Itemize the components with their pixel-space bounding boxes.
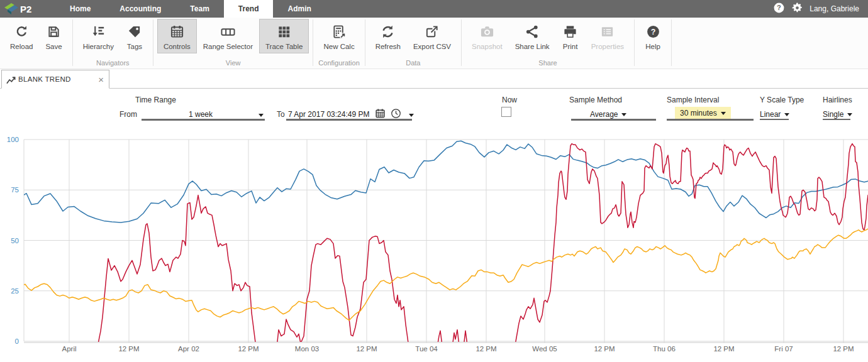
x-axis-tick-label: 12 PM: [118, 345, 139, 353]
nav-item-accounting[interactable]: Accounting: [105, 0, 175, 18]
toolbar-group-share: SnapshotShare LinkPrintPropertiesShare: [462, 18, 634, 69]
from-select[interactable]: 1 week: [189, 110, 213, 119]
controls-button-label: Controls: [164, 43, 191, 50]
print-button[interactable]: Print: [556, 19, 585, 53]
properties-button: Properties: [585, 19, 630, 53]
table-icon: [277, 23, 291, 40]
x-axis-tick-label: 12 PM: [238, 345, 259, 353]
y-axis-tick-label: 50: [11, 237, 19, 244]
x-axis-tick-label: Thu 06: [653, 345, 676, 353]
gear-icon[interactable]: [791, 2, 803, 16]
save-icon: [47, 23, 61, 40]
new-calc-button[interactable]: New Calc: [317, 19, 360, 53]
toolbar-group-0: ReloadSave: [0, 18, 72, 69]
tab-strip: BLANK TREND ×: [0, 69, 868, 89]
hierarchy-icon: [91, 23, 106, 40]
svg-text:?: ?: [650, 27, 655, 36]
sample-interval-underline: [667, 119, 754, 121]
now-checkbox[interactable]: [501, 107, 511, 117]
hierarchy-button-label: Hierarchy: [83, 43, 114, 50]
top-nav-bar: P2 HomeAccountingTeamTrendAdmin ? Lang, …: [0, 0, 868, 18]
to-caret-icon[interactable]: [409, 114, 414, 117]
y-axis-tick-label: 100: [7, 136, 19, 143]
from-label: From: [120, 110, 137, 119]
refresh-button[interactable]: Refresh: [369, 19, 407, 53]
x-axis-tick-label: Tue 04: [415, 345, 438, 353]
series-orange[interactable]: [22, 229, 868, 320]
trace-table-button[interactable]: Trace Table: [259, 19, 309, 53]
trend-controls-row: Time Range From 1 week To 7 Apr 2017 03:…: [0, 89, 868, 129]
refresh-icon: [381, 23, 395, 40]
y-scale-type-label: Y Scale Type: [760, 96, 804, 104]
hairlines-label: Hairlines: [823, 96, 852, 104]
controls-button[interactable]: Controls: [157, 19, 197, 53]
nav-item-trend[interactable]: Trend: [224, 0, 274, 18]
properties-icon: [600, 23, 615, 40]
export-icon: [425, 23, 439, 40]
brand-text: P2: [20, 4, 31, 14]
hierarchy-button[interactable]: Hierarchy: [77, 19, 120, 53]
y-axis-tick-label: 25: [11, 287, 19, 295]
trace-table-button-label: Trace Table: [265, 43, 303, 50]
hairlines-select[interactable]: Single: [823, 110, 852, 119]
to-datetime-field[interactable]: 7 Apr 2017 03:24:49 PM: [288, 110, 369, 119]
help-icon: ?: [646, 23, 660, 40]
tab-blank-trend[interactable]: BLANK TREND ×: [1, 70, 109, 89]
y-scale-type-select[interactable]: Linear: [760, 110, 789, 119]
hairlines-underline: [823, 119, 850, 120]
range-selector-icon: [221, 23, 235, 40]
reload-button-label: Reload: [10, 43, 33, 50]
y-scale-caret-icon: [784, 113, 789, 116]
new-calc-button-label: New Calc: [323, 43, 354, 50]
from-underline: [142, 119, 265, 121]
nav-item-home[interactable]: Home: [55, 0, 105, 18]
tags-button[interactable]: Tags: [120, 19, 149, 53]
toolbar-group-label: View: [157, 58, 309, 69]
x-axis-tick-label: 12 PM: [476, 345, 496, 353]
to-label: To: [277, 110, 285, 119]
sample-interval-caret-icon: [721, 112, 726, 115]
nav-item-admin[interactable]: Admin: [273, 0, 325, 18]
close-tab-icon[interactable]: ×: [98, 75, 104, 84]
toolbar-group-label: Configuration: [317, 58, 360, 69]
calendar-icon: [170, 23, 184, 40]
user-name[interactable]: Lang, Gabriele: [810, 4, 859, 13]
p2-logo[interactable]: P2: [0, 0, 38, 18]
to-underline: [286, 119, 412, 121]
series-red[interactable]: [97, 144, 868, 348]
share-icon: [525, 23, 540, 40]
x-axis-tick-label: Wed 05: [532, 345, 557, 353]
trend-chart-area[interactable]: 0255075100April12 PMApr 0212 PMMon 0312 …: [0, 129, 868, 362]
nav-item-team[interactable]: Team: [175, 0, 223, 18]
tag-icon: [127, 23, 142, 40]
from-caret-icon[interactable]: [259, 114, 264, 117]
toolbar-group-view: ControlsRange SelectorTrace TableView: [153, 18, 313, 69]
sample-method-select[interactable]: Average: [590, 110, 626, 119]
tags-button-label: Tags: [127, 43, 142, 50]
toolbar-group-6: ?Help: [635, 18, 671, 69]
save-button[interactable]: Save: [39, 19, 68, 53]
toolbar-group-label: [638, 58, 667, 69]
nav-right: ? Lang, Gabriele: [773, 0, 868, 18]
help-button[interactable]: ?Help: [638, 19, 667, 53]
export-csv-button-label: Export CSV: [413, 43, 451, 50]
share-link-button[interactable]: Share Link: [509, 19, 556, 53]
x-axis-tick-label: 12 PM: [713, 345, 734, 353]
share-link-button-label: Share Link: [515, 43, 550, 50]
toolbar-group-label: Data: [369, 58, 457, 69]
trend-chart[interactable]: 0255075100April12 PMApr 0212 PMMon 0312 …: [0, 129, 868, 362]
range-selector-button[interactable]: Range Selector: [197, 19, 259, 53]
svg-text:?: ?: [777, 4, 781, 11]
toolbar-group-navigators: HierarchyTagsNavigators: [73, 18, 153, 69]
time-range-label: Time Range: [135, 96, 176, 104]
reload-button[interactable]: Reload: [4, 19, 39, 53]
sample-interval-select[interactable]: 30 minutes: [675, 107, 731, 119]
nav-items: HomeAccountingTeamTrendAdmin: [55, 0, 326, 18]
tab-title: BLANK TREND: [18, 75, 71, 83]
now-label: Now: [502, 96, 517, 104]
range-selector-button-label: Range Selector: [203, 43, 253, 50]
help-circle-icon[interactable]: ?: [773, 2, 785, 16]
export-csv-button[interactable]: Export CSV: [407, 19, 457, 53]
toolbar-group-label: [4, 58, 69, 69]
hairlines-caret-icon: [847, 113, 852, 116]
